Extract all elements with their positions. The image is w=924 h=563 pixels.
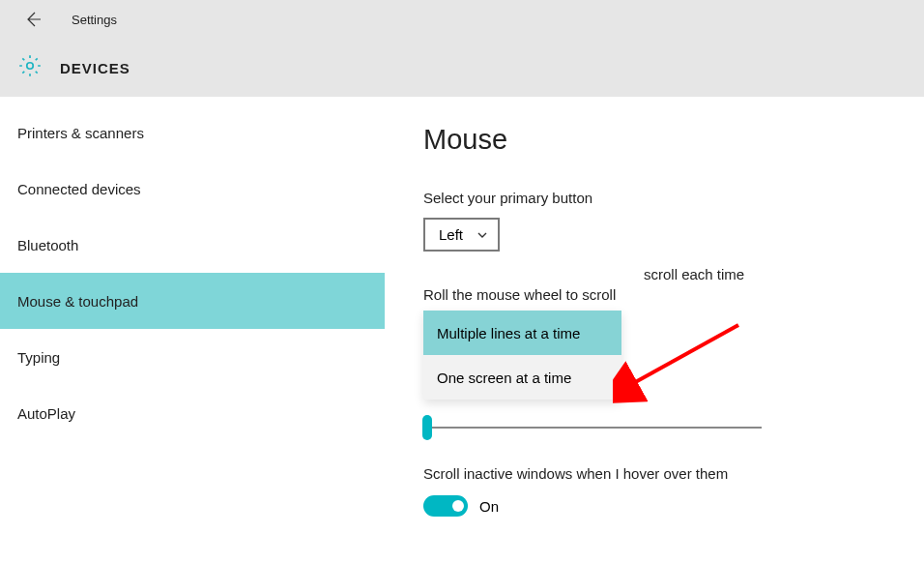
- section-title: DEVICES: [60, 60, 130, 76]
- scroll-option-one-screen[interactable]: One screen at a time: [423, 355, 621, 400]
- primary-button-dropdown[interactable]: Left: [423, 218, 500, 252]
- sidebar-item-label: Typing: [17, 349, 60, 366]
- inactive-windows-toggle[interactable]: [423, 495, 468, 517]
- slider-track: [423, 427, 762, 429]
- scroll-option-multiple-lines[interactable]: Multiple lines at a time: [423, 311, 621, 355]
- toggle-value: On: [479, 498, 499, 515]
- scroll-wheel-label: Roll the mouse wheel to scroll: [423, 286, 885, 303]
- toggle-knob: [452, 500, 464, 512]
- option-label: One screen at a time: [437, 370, 571, 386]
- page-heading: Mouse: [423, 124, 885, 156]
- sidebar-item-mouse-touchpad[interactable]: Mouse & touchpad: [0, 273, 385, 329]
- lines-per-scroll-slider[interactable]: [423, 417, 762, 438]
- sidebar-item-printers[interactable]: Printers & scanners: [0, 104, 385, 161]
- sidebar-item-typing[interactable]: Typing: [0, 329, 385, 385]
- chevron-down-icon: [476, 229, 488, 241]
- sidebar-item-label: Bluetooth: [17, 237, 78, 253]
- content-pane: Mouse Select your primary button Left Ro…: [385, 97, 924, 563]
- sidebar-item-label: Connected devices: [17, 181, 141, 197]
- sidebar-item-label: AutoPlay: [17, 405, 75, 422]
- primary-button-value: Left: [439, 226, 463, 243]
- lines-each-time-text: scroll each time: [644, 266, 744, 282]
- arrow-left-icon: [23, 10, 43, 29]
- app-title: Settings: [72, 13, 117, 27]
- slider-thumb[interactable]: [422, 415, 432, 440]
- inactive-windows-label: Scroll inactive windows when I hover ove…: [423, 465, 885, 482]
- svg-point-0: [27, 63, 34, 70]
- option-label: Multiple lines at a time: [437, 325, 580, 341]
- gear-icon: [17, 53, 43, 82]
- primary-button-label: Select your primary button: [423, 190, 885, 206]
- sidebar-item-label: Printers & scanners: [17, 125, 144, 141]
- scroll-option-dropdown-open: Multiple lines at a time One screen at a…: [423, 311, 621, 400]
- sidebar-item-bluetooth[interactable]: Bluetooth: [0, 217, 385, 273]
- back-button[interactable]: [21, 8, 44, 31]
- sidebar-item-autoplay[interactable]: AutoPlay: [0, 385, 385, 441]
- sidebar-item-connected-devices[interactable]: Connected devices: [0, 161, 385, 217]
- sidebar-item-label: Mouse & touchpad: [17, 293, 138, 310]
- sidebar: Printers & scanners Connected devices Bl…: [0, 97, 385, 563]
